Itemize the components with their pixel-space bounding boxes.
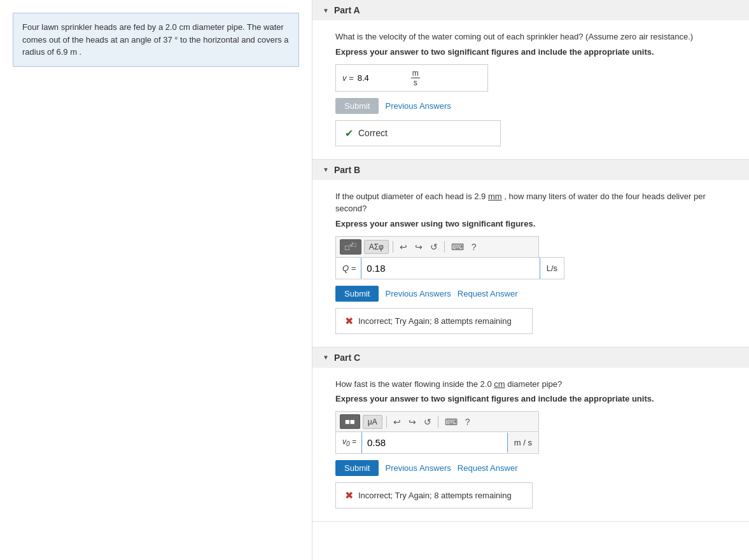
part-b-label: Part B — [334, 165, 360, 175]
part-a-submit-button[interactable]: Submit — [335, 98, 379, 114]
part-a-units-den: s — [412, 78, 419, 87]
part-c-toolbar-sep2 — [438, 416, 438, 428]
part-b-undo-icon[interactable]: ↩ — [397, 241, 410, 253]
part-a-correct-box: ✔ Correct — [335, 120, 501, 146]
part-a-correct-label: Correct — [358, 128, 388, 138]
part-c-answer-container: ■■ μΑ ↩ ↪ ↺ ⌨ ? v0 = m / s — [335, 411, 539, 454]
part-c-label: Part C — [334, 353, 360, 363]
part-c-incorrect-box: ✖ Incorrect; Try Again; 8 attempts remai… — [335, 482, 533, 508]
part-b-request-answer-link[interactable]: Request Answer — [458, 289, 518, 298]
part-c-input[interactable] — [361, 432, 507, 453]
part-c-toolbar-sep1 — [386, 416, 387, 428]
part-c-section: ▼ Part C How fast is the water flowing i… — [312, 347, 749, 522]
part-b-reset-icon[interactable]: ↺ — [428, 241, 440, 253]
part-c-redo-icon[interactable]: ↪ — [406, 416, 419, 428]
part-b-answer-row: Q = L/s — [335, 257, 564, 279]
part-a-units-num: m — [411, 69, 420, 78]
part-c-submit-button[interactable]: Submit — [335, 460, 379, 476]
part-a-button-row: Submit Previous Answers — [335, 98, 734, 114]
part-b-redo-icon[interactable]: ↪ — [412, 241, 425, 253]
part-b-keyboard-icon[interactable]: ⌨ — [449, 241, 466, 253]
part-b-toolbar-symbols-btn[interactable]: ΑΣφ — [364, 240, 389, 254]
part-a-chevron-icon: ▼ — [323, 7, 329, 14]
part-a-check-icon: ✔ — [345, 127, 353, 139]
part-b-help-icon[interactable]: ? — [469, 241, 479, 253]
part-c-incorrect-label: Incorrect; Try Again; 8 attempts remaini… — [358, 491, 512, 500]
part-c-express: Express your answer to two significant f… — [335, 394, 734, 403]
part-c-prev-answers-link[interactable]: Previous Answers — [385, 463, 451, 473]
part-c-content: How fast is the water flowing inside the… — [312, 368, 749, 522]
part-c-chevron-icon: ▼ — [323, 354, 329, 361]
part-b-x-icon: ✖ — [345, 315, 353, 327]
part-b-input[interactable] — [361, 258, 540, 279]
part-a-eq-label: v = — [342, 73, 354, 83]
part-c-answer-row: v0 = m / s — [335, 431, 539, 454]
part-c-help-icon[interactable]: ? — [463, 416, 473, 428]
part-a-content: What is the velocity of the water coming… — [312, 20, 749, 159]
left-panel: Four lawn sprinkler heads are fed by a 2… — [0, 0, 312, 560]
part-c-button-row: Submit Previous Answers Request Answer — [335, 460, 734, 476]
part-a-answer-box: v = m s — [335, 64, 488, 92]
part-a-express: Express your answer to two significant f… — [335, 47, 734, 57]
part-b-express: Express your answer using two significan… — [335, 219, 734, 228]
part-c-x-icon: ✖ — [345, 489, 353, 501]
part-b-submit-button[interactable]: Submit — [335, 286, 379, 302]
part-c-toolbar-matrix-btn[interactable]: ■■ — [340, 414, 360, 429]
part-a-section: ▼ Part A What is the velocity of the wat… — [312, 0, 749, 160]
part-c-toolbar-symbols-btn[interactable]: μΑ — [363, 415, 382, 429]
part-b-prev-answers-link[interactable]: Previous Answers — [385, 289, 451, 298]
part-b-answer-container: □√□ ΑΣφ ↩ ↪ ↺ ⌨ ? Q = L/s — [335, 236, 564, 279]
right-panel: ▼ Part A What is the velocity of the wat… — [312, 0, 749, 560]
part-b-chevron-icon: ▼ — [323, 166, 329, 173]
part-b-toolbar-sep1 — [393, 241, 393, 253]
part-b-toolbar-matrix-btn[interactable]: □√□ — [340, 239, 361, 255]
part-c-request-answer-link[interactable]: Request Answer — [458, 463, 518, 473]
part-b-toolbar-sep2 — [444, 241, 445, 253]
problem-statement: Four lawn sprinkler heads are fed by a 2… — [13, 13, 299, 67]
part-b-question: If the output diameter of each head is 2… — [335, 190, 734, 215]
part-a-input[interactable] — [358, 73, 409, 83]
part-c-keyboard-icon[interactable]: ⌨ — [442, 416, 460, 428]
part-a-label: Part A — [334, 5, 360, 15]
part-c-header[interactable]: ▼ Part C — [312, 347, 749, 368]
part-b-button-row: Submit Previous Answers Request Answer — [335, 286, 734, 302]
part-b-units: L/s — [540, 258, 564, 278]
part-c-undo-icon[interactable]: ↩ — [391, 416, 403, 428]
part-c-question: How fast is the water flowing inside the… — [335, 378, 734, 391]
part-b-section: ▼ Part B If the output diameter of each … — [312, 160, 749, 347]
part-c-toolbar: ■■ μΑ ↩ ↪ ↺ ⌨ ? — [335, 411, 539, 431]
part-b-eq-label: Q = — [336, 258, 361, 278]
part-b-incorrect-box: ✖ Incorrect; Try Again; 8 attempts remai… — [335, 308, 533, 334]
problem-text: Four lawn sprinkler heads are fed by a 2… — [22, 22, 289, 57]
part-a-header[interactable]: ▼ Part A — [312, 0, 749, 20]
part-b-content: If the output diameter of each head is 2… — [312, 180, 749, 347]
part-c-eq-label: v0 = — [336, 432, 361, 452]
part-a-prev-answers-link[interactable]: Previous Answers — [385, 101, 451, 111]
part-b-incorrect-label: Incorrect; Try Again; 8 attempts remaini… — [358, 316, 512, 326]
part-c-units: m / s — [507, 433, 538, 452]
part-a-question: What is the velocity of the water coming… — [335, 31, 734, 43]
part-b-toolbar: □√□ ΑΣφ ↩ ↪ ↺ ⌨ ? — [335, 236, 539, 257]
part-b-header[interactable]: ▼ Part B — [312, 160, 749, 180]
part-a-units: m s — [411, 69, 420, 87]
part-c-reset-icon[interactable]: ↺ — [421, 416, 434, 428]
